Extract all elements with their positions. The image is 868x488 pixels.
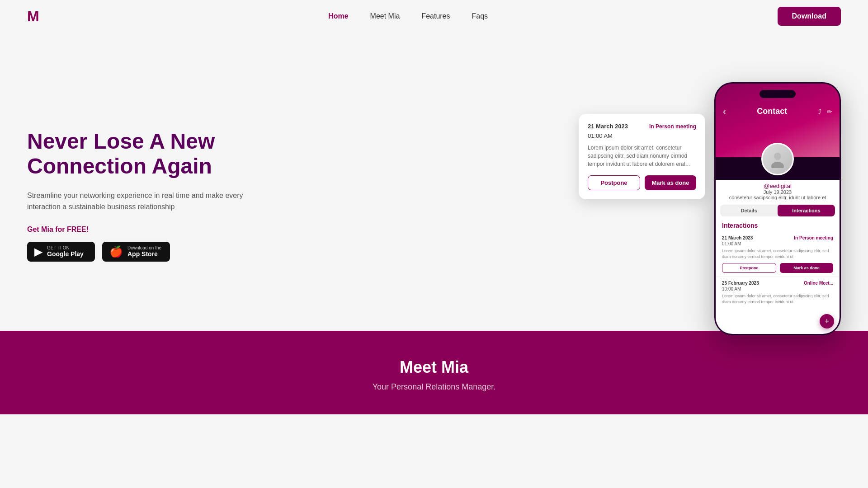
google-play-icon: ▶ (34, 245, 42, 258)
phone-topbar: ‹ Contact ⤴ ✏ (723, 106, 832, 117)
tab-interactions[interactable]: Interactions (778, 205, 835, 216)
meet-mia-subtitle: Your Personal Relations Manager. (27, 382, 841, 392)
tab-details[interactable]: Details (720, 205, 778, 216)
phone-contact-date: July 19,2023 (764, 189, 792, 195)
hero-title: Never Lose A New Connection Again (27, 129, 244, 178)
int2-time: 10:00 AM (722, 286, 833, 291)
hero-section: Never Lose A New Connection Again Stream… (0, 33, 868, 331)
app-store-big: App Store (127, 250, 161, 258)
nav-features[interactable]: Features (421, 12, 450, 20)
int1-time: 01:00 AM (722, 241, 833, 246)
int1-body: Lorem ipsum dolor sit amet, consetetur s… (722, 248, 833, 259)
int2-type: Online Meet... (804, 281, 833, 286)
nav-meet-mia[interactable]: Meet Mia (370, 12, 400, 20)
int1-type: In Person meeting (794, 235, 833, 240)
notif-date: 21 March 2023 (588, 123, 628, 130)
notif-markdone-button[interactable]: Mark as done (645, 175, 696, 190)
phone-notch (760, 90, 796, 98)
navbar: M Home Meet Mia Features Faqs Download (0, 0, 868, 33)
nav-links: Home Meet Mia Features Faqs (328, 12, 488, 20)
notif-postpone-button[interactable]: Postpone (588, 175, 640, 190)
interaction-item-2: 25 February 2023 Online Meet... 10:00 AM… (716, 277, 840, 312)
interactions-heading: Interactions (716, 220, 840, 232)
notif-time: 01:00 AM (588, 132, 696, 139)
nav-home[interactable]: Home (328, 12, 348, 20)
interaction-item-1: 21 March 2023 In Person meeting 01:00 AM… (716, 232, 840, 277)
google-play-big: Google Play (47, 250, 84, 258)
download-button[interactable]: Download (778, 7, 841, 26)
phone-mockup: ‹ Contact ⤴ ✏ (714, 82, 841, 335)
app-store-small: Download on the (127, 245, 161, 250)
phone-username: @eedigital (764, 183, 792, 189)
google-play-badge[interactable]: ▶ GET IT ON Google Play (27, 242, 95, 262)
phone-name-area: @eedigital July 19,2023 consetetur sadip… (716, 180, 840, 201)
svg-point-0 (774, 153, 781, 160)
int2-date: 25 February 2023 (722, 281, 759, 286)
notif-body: Lorem ipsum dolor sit amet, consetetur s… (588, 144, 696, 168)
phone-tabs: Details Interactions (720, 205, 835, 216)
phone-contact-note: consetetur sadipscing elitr, idunt ut la… (729, 195, 826, 200)
app-store-badge[interactable]: 🍎 Download on the App Store (102, 242, 170, 262)
phone-screen-title: Contact (757, 107, 787, 116)
phone-back-icon[interactable]: ‹ (723, 106, 726, 117)
hero-cta-label: Get Mia for FREE! (27, 225, 244, 234)
apple-icon: 🍎 (109, 245, 123, 258)
phone-edit-icon[interactable]: ✏ (827, 108, 832, 115)
int1-date: 21 March 2023 (722, 235, 753, 240)
google-play-small: GET IT ON (47, 245, 84, 250)
phone-frame: ‹ Contact ⤴ ✏ (714, 82, 841, 335)
nav-faqs[interactable]: Faqs (472, 12, 488, 20)
notification-card: 21 March 2023 In Person meeting 01:00 AM… (579, 114, 705, 199)
phone-body: @eedigital July 19,2023 consetetur sadip… (716, 180, 840, 334)
phone-screen: ‹ Contact ⤴ ✏ (716, 84, 840, 334)
meet-mia-section: Meet Mia Your Personal Relations Manager… (0, 331, 868, 414)
phone-share-icon[interactable]: ⤴ (818, 108, 821, 115)
int1-markdone-button[interactable]: Mark as done (780, 263, 833, 273)
notif-type: In Person meeting (649, 123, 696, 130)
int2-body: Lorem ipsum dolor sit amet, consetetur s… (722, 293, 833, 305)
hero-visual: 21 March 2023 In Person meeting 01:00 AM… (570, 60, 841, 331)
logo[interactable]: M (27, 8, 39, 25)
hero-subtitle: Streamline your networking experience in… (27, 190, 244, 213)
fab-add-button[interactable]: + (820, 314, 834, 328)
store-badges: ▶ GET IT ON Google Play 🍎 Download on th… (27, 242, 244, 262)
svg-point-1 (771, 162, 784, 168)
hero-text-block: Never Lose A New Connection Again Stream… (27, 129, 244, 262)
avatar (761, 143, 794, 175)
int1-postpone-button[interactable]: Postpone (722, 263, 776, 273)
meet-mia-title: Meet Mia (27, 358, 841, 377)
